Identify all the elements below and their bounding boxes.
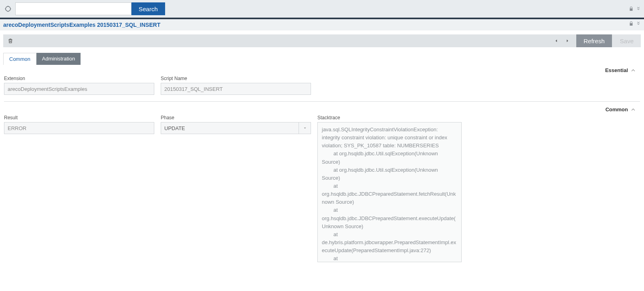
field-script-name: Script Name xyxy=(161,76,311,95)
section-title-essential: Essential xyxy=(605,67,628,73)
page-title: arecoDeploymentScriptsExamples 20150317_… xyxy=(3,22,160,28)
script-name-label: Script Name xyxy=(161,76,311,81)
search-button[interactable]: Search xyxy=(131,2,165,15)
lock-icon xyxy=(629,6,634,12)
chevron-down-double-icon[interactable] xyxy=(636,6,641,12)
next-button[interactable] xyxy=(562,34,573,47)
prev-button[interactable] xyxy=(551,34,562,47)
tabs: Common Administration xyxy=(3,53,644,65)
section-header-common: Common xyxy=(0,104,644,113)
section-header-essential: Essential xyxy=(0,65,644,74)
extension-input[interactable] xyxy=(4,83,154,95)
phase-select-value: UPDATE xyxy=(161,122,299,134)
chevron-down-double-icon[interactable] xyxy=(636,21,641,26)
action-bar-right: Refresh Save xyxy=(551,34,641,47)
lock-icon xyxy=(629,21,634,26)
field-phase: Phase UPDATE xyxy=(161,115,311,262)
top-search-bar: Search xyxy=(0,0,644,18)
collapse-essential-icon[interactable] xyxy=(630,68,636,73)
phase-dropdown-icon[interactable] xyxy=(299,122,311,134)
field-extension: Extension xyxy=(4,76,154,95)
title-row: arecoDeploymentScriptsExamples 20150317_… xyxy=(0,19,644,30)
script-name-input[interactable] xyxy=(161,83,311,95)
field-stacktrace: Stacktrace java.sql.SQLIntegrityConstrai… xyxy=(317,115,462,262)
search-input[interactable] xyxy=(15,2,131,15)
stacktrace-textarea[interactable]: java.sql.SQLIntegrityConstraintViolation… xyxy=(317,122,462,262)
essential-form: Extension Script Name xyxy=(0,74,644,101)
home-icon[interactable] xyxy=(2,3,14,14)
action-bar: Refresh Save xyxy=(3,34,641,47)
result-input[interactable] xyxy=(4,122,154,134)
delete-button[interactable] xyxy=(6,36,15,46)
title-right-controls xyxy=(629,21,641,26)
field-result: Result xyxy=(4,115,154,262)
stacktrace-label: Stacktrace xyxy=(317,115,462,120)
phase-label: Phase xyxy=(161,115,311,120)
extension-label: Extension xyxy=(4,76,154,81)
tab-administration[interactable]: Administration xyxy=(36,53,81,65)
result-label: Result xyxy=(4,115,154,120)
collapse-common-icon[interactable] xyxy=(630,107,636,112)
section-title-common: Common xyxy=(606,106,628,112)
refresh-button[interactable]: Refresh xyxy=(576,34,612,47)
phase-select[interactable]: UPDATE xyxy=(161,122,311,134)
save-button: Save xyxy=(613,34,641,47)
svg-point-0 xyxy=(6,6,10,11)
divider xyxy=(4,101,640,102)
tab-common[interactable]: Common xyxy=(3,53,36,65)
common-form: Result Phase UPDATE Stacktrace java.sql.… xyxy=(0,113,644,269)
topbar-right-controls xyxy=(629,0,641,18)
